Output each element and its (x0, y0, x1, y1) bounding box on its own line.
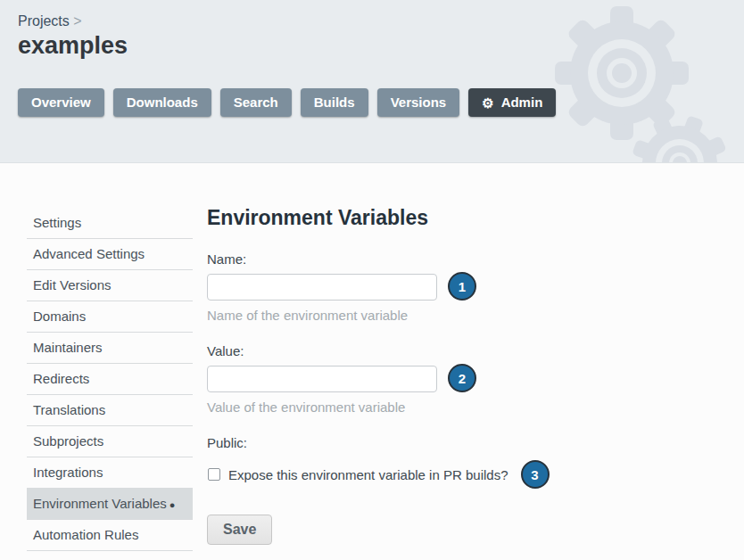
name-help-text: Name of the environment variable (207, 308, 599, 323)
callout-badge-1: 1 (448, 272, 476, 301)
project-nav: Overview Downloads Search Builds Version… (18, 88, 556, 117)
page-title: Environment Variables (207, 206, 599, 230)
breadcrumb-projects-link[interactable]: Projects (18, 13, 70, 29)
sidebar-item-edit-versions[interactable]: Edit Versions (27, 270, 193, 301)
callout-badge-2: 2 (448, 364, 476, 392)
sidebar-item-redirects[interactable]: Redirects (27, 364, 193, 395)
gear-icon: ⚙ (482, 96, 493, 110)
project-title: examples (18, 32, 128, 60)
name-label: Name: (207, 251, 599, 267)
public-field-group: Public: Expose this environment variable… (207, 435, 599, 489)
active-item-marker-icon: ● (169, 499, 176, 510)
sidebar-item-translations[interactable]: Translations (27, 395, 193, 426)
nav-admin-label: Admin (501, 95, 543, 111)
name-field-group: Name: 1 Name of the environment variable (207, 251, 599, 323)
sidebar-item-settings[interactable]: Settings (27, 208, 193, 239)
sidebar-item-environment-variables[interactable]: Environment Variables● (27, 489, 193, 520)
name-input[interactable] (207, 274, 437, 301)
page: Projects > examples Overview Downloads S… (0, 0, 744, 560)
value-field-group: Value: 2 Value of the environment variab… (207, 343, 599, 415)
gears-decoration-graphic (521, 0, 744, 162)
nav-admin-button[interactable]: ⚙ Admin (468, 88, 556, 117)
nav-builds-button[interactable]: Builds (301, 88, 368, 117)
breadcrumb: Projects > (18, 13, 82, 29)
callout-badge-3: 3 (521, 460, 550, 489)
admin-sidebar: Settings Advanced Settings Edit Versions… (27, 208, 193, 560)
sidebar-item-automation-rules[interactable]: Automation Rules (27, 520, 193, 551)
value-input[interactable] (207, 366, 437, 392)
sidebar-item-webhooks[interactable]: Webhooks (27, 551, 193, 560)
nav-downloads-button[interactable]: Downloads (113, 88, 211, 117)
sidebar-item-integrations[interactable]: Integrations (27, 457, 193, 489)
sidebar-item-maintainers[interactable]: Maintainers (27, 333, 193, 364)
save-button[interactable]: Save (207, 515, 272, 545)
nav-search-button[interactable]: Search (220, 88, 292, 117)
nav-overview-button[interactable]: Overview (18, 88, 104, 117)
breadcrumb-separator: > (73, 13, 81, 29)
public-checkbox-label: Expose this environment variable in PR b… (228, 467, 508, 482)
public-checkbox[interactable] (208, 468, 220, 481)
sidebar-item-label: Environment Variables (33, 496, 167, 511)
public-label: Public: (207, 435, 599, 450)
project-header: Projects > examples Overview Downloads S… (0, 0, 744, 163)
value-help-text: Value of the environment variable (207, 399, 599, 415)
environment-variables-panel: Environment Variables Name: 1 Name of th… (207, 206, 599, 545)
sidebar-item-domains[interactable]: Domains (27, 301, 193, 333)
nav-versions-button[interactable]: Versions (377, 88, 460, 117)
sidebar-item-advanced-settings[interactable]: Advanced Settings (27, 239, 193, 270)
sidebar-item-subprojects[interactable]: Subprojects (27, 426, 193, 457)
value-label: Value: (207, 343, 599, 358)
